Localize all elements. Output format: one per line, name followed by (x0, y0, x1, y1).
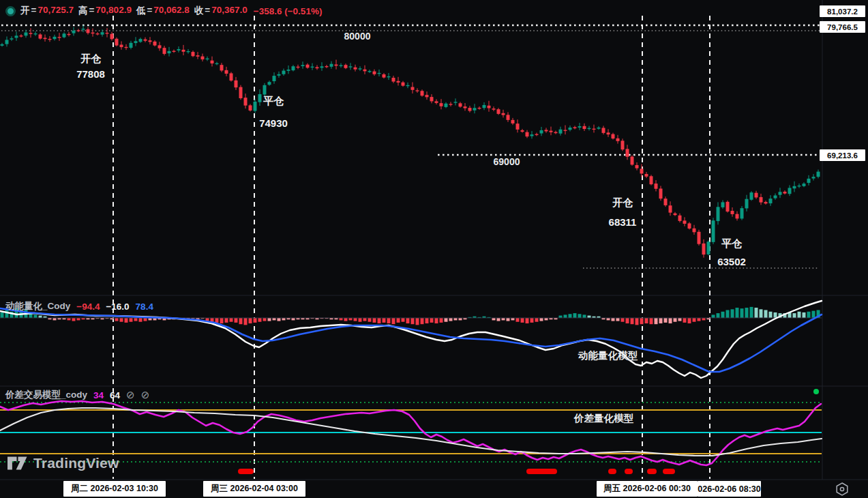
tradingview-logo-icon (7, 454, 28, 472)
price-level-label: 69000 (494, 156, 520, 167)
trade-price-label: 77808 (76, 68, 105, 80)
open-value: 70,725.7 (38, 5, 74, 17)
trade-action-label: 平仓 (721, 237, 742, 250)
price-axis-label: 81,037.2 (820, 5, 865, 17)
time-axis-label: 周五 2026-02-06 00:30 (597, 481, 698, 497)
price-axis-label: 79,766.5 (820, 21, 865, 33)
momentum-value-2: −16.0 (106, 302, 129, 312)
high-label: 高 (78, 5, 88, 17)
momentum-indicator-title[interactable]: 动能量化_Cody (5, 300, 70, 312)
candles-layer (1, 25, 820, 258)
tradingview-logo-text: TradingView (33, 455, 119, 471)
open-label: 开 (20, 5, 30, 17)
trade-action-label: 平仓 (263, 95, 284, 108)
spread-pane-header: 价差交易模型_cody 34 64 ⊘ ⊘ (5, 389, 149, 401)
price-axis-label: 69,213.6 (820, 149, 865, 161)
momentum-pane-header: 动能量化_Cody −94.4 −16.0 78.4 (5, 300, 153, 312)
ohlc-legend: 开=70,725.7 高=70,802.9 低=70,062.8 收=70,36… (5, 5, 322, 17)
tradingview-logo[interactable]: TradingView (7, 454, 119, 472)
trade-action-label: 开仓 (80, 53, 101, 65)
spread-indicator-title[interactable]: 价差交易模型_cody (5, 389, 87, 401)
spread-flag-icon-2: ⊘ (141, 389, 150, 401)
close-label: 收 (194, 5, 204, 17)
trade-price-label: 74930 (259, 117, 288, 129)
change-value: −358.6 (−0.51%) (254, 6, 323, 16)
close-value: 70,367.0 (211, 5, 248, 17)
timezone-settings-icon[interactable] (833, 480, 851, 498)
price-level-label: 80000 (344, 31, 371, 42)
time-axis-label: 026-02-06 08:30 (698, 481, 761, 497)
high-value: 70,802.9 (95, 5, 132, 17)
trade-price-label: 68311 (609, 216, 637, 228)
momentum-value-3: 78.4 (136, 302, 153, 312)
low-value: 70,062.8 (153, 5, 190, 17)
trade-action-label: 开仓 (612, 196, 633, 209)
series-toggle-icon[interactable] (5, 6, 16, 16)
time-axis-label: 周二 2026-02-03 10:30 (63, 481, 166, 497)
spread-model-label: 价差量化模型 (574, 412, 633, 425)
low-label: 低 (136, 5, 146, 17)
time-axis-label: 周三 2026-02-04 03:00 (203, 481, 305, 497)
momentum-model-label: 动能量化模型 (578, 349, 638, 362)
momentum-value-1: −94.4 (76, 302, 100, 312)
spread-value-2: 64 (110, 390, 120, 400)
tradingview-chart-window: 开=70,725.7 高=70,802.9 低=70,062.8 收=70,36… (0, 0, 868, 498)
spread-hlines-layer (0, 402, 822, 462)
spread-value-1: 34 (93, 390, 104, 400)
trade-price-label: 63502 (717, 256, 746, 267)
spread-flag-icon-1: ⊘ (126, 389, 135, 401)
